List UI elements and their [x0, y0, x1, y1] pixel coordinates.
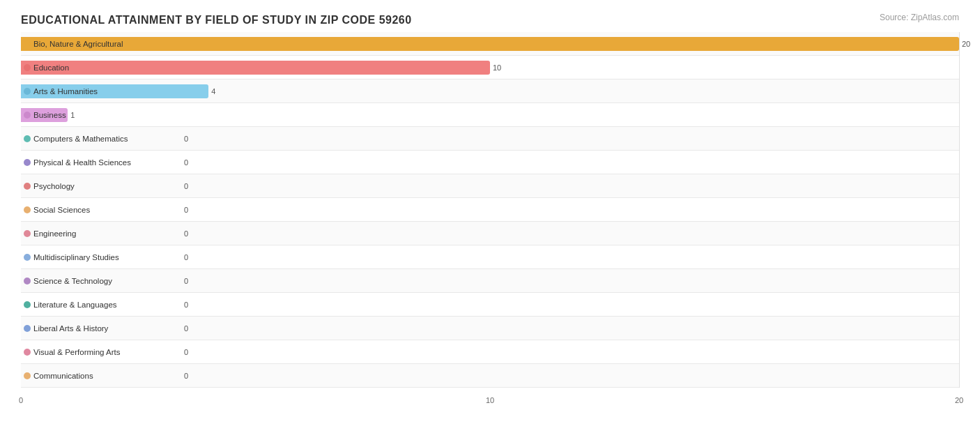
bar-dot: [24, 206, 31, 213]
x-tick-label: 0: [19, 396, 23, 404]
bar-dot: [24, 183, 31, 190]
bar-value: 0: [184, 324, 188, 333]
bar-label-text: Psychology: [33, 182, 75, 190]
bar-row: Multidisciplinary Studies0: [21, 245, 959, 269]
bar-row: Social Sciences0: [21, 198, 959, 222]
x-axis: 01020: [21, 391, 959, 409]
bar-dot: [24, 325, 31, 332]
bar-row: Literature & Languages0: [21, 293, 959, 317]
bar-row: Computers & Mathematics0: [21, 127, 959, 151]
bar-label: Psychology: [24, 182, 75, 190]
chart-title: EDUCATIONAL ATTAINMENT BY FIELD OF STUDY…: [21, 14, 959, 26]
bar-label: Communications: [24, 372, 93, 380]
bar-dot: [24, 135, 31, 142]
bar-value: 20: [962, 40, 970, 48]
bar-value: 0: [184, 253, 188, 261]
bar-value: 0: [184, 206, 188, 214]
bar-label: Computers & Mathematics: [24, 135, 128, 143]
bar-value: 0: [184, 301, 188, 309]
bar-label-text: Physical & Health Sciences: [33, 158, 131, 167]
bar-dot: [24, 254, 31, 261]
bar-label-text: Literature & Languages: [33, 301, 117, 309]
bar-label: Social Sciences: [24, 206, 90, 214]
bar-fill: [21, 61, 490, 75]
bar-row: Bio, Nature & Agricultural20: [21, 32, 959, 56]
bar-label: Engineering: [24, 229, 76, 238]
bar-row: Physical & Health Sciences0: [21, 151, 959, 174]
bar-label: Visual & Performing Arts: [24, 348, 120, 356]
bar-dot: [24, 349, 31, 356]
bar-label: Literature & Languages: [24, 301, 117, 309]
bar-value: 10: [493, 63, 501, 72]
bar-row: Science & Technology0: [21, 269, 959, 293]
bar-row: Psychology0: [21, 174, 959, 198]
x-tick-label: 20: [955, 396, 963, 404]
bar-fill: [21, 37, 959, 51]
chart-area: Bio, Nature & Agricultural20Education10A…: [21, 32, 959, 409]
bar-row: Arts & Humanities4: [21, 79, 959, 103]
bar-value: 0: [184, 229, 188, 238]
bar-label: Physical & Health Sciences: [24, 158, 131, 167]
bar-label-text: Social Sciences: [33, 206, 90, 214]
bar-value: 0: [184, 277, 188, 285]
x-tick-label: 10: [486, 396, 494, 404]
bar-dot: [24, 88, 31, 95]
bar-dot: [24, 40, 31, 47]
bar-dot: [24, 230, 31, 237]
bar-dot: [24, 278, 31, 285]
bar-dot: [24, 64, 31, 71]
bar-row: Liberal Arts & History0: [21, 317, 959, 340]
bar-label: Liberal Arts & History: [24, 324, 108, 333]
bars-wrapper: Bio, Nature & Agricultural20Education10A…: [21, 32, 959, 388]
grid-line: [959, 32, 960, 388]
bar-row: Communications0: [21, 364, 959, 388]
bar-value: 4: [211, 87, 215, 96]
bar-label-text: Business: [33, 111, 66, 119]
bar-dot: [24, 301, 31, 308]
bar-label-text: Arts & Humanities: [33, 87, 98, 96]
bar-value: 1: [70, 111, 75, 119]
bar-value: 0: [184, 372, 188, 380]
chart-container: EDUCATIONAL ATTAINMENT BY FIELD OF STUDY…: [0, 0, 980, 440]
bar-label-text: Visual & Performing Arts: [33, 348, 120, 356]
bar-label-text: Education: [33, 63, 69, 72]
chart-source: Source: ZipAtlas.com: [880, 13, 959, 22]
bar-label: Business: [24, 111, 66, 119]
bar-label: Bio, Nature & Agricultural: [24, 40, 123, 48]
bar-label-text: Communications: [33, 372, 93, 380]
bar-row: Engineering0: [21, 222, 959, 245]
bar-label-text: Multidisciplinary Studies: [33, 253, 119, 261]
bar-dot: [24, 159, 31, 166]
bar-label-text: Computers & Mathematics: [33, 135, 128, 143]
bar-label: Arts & Humanities: [24, 87, 98, 96]
bar-label: Education: [24, 63, 69, 72]
bar-value: 0: [184, 158, 188, 167]
bar-row: Business1: [21, 103, 959, 127]
bar-label-text: Liberal Arts & History: [33, 324, 108, 333]
bar-value: 0: [184, 135, 188, 143]
bar-value: 0: [184, 182, 188, 190]
bar-label-text: Bio, Nature & Agricultural: [33, 40, 123, 48]
bar-label-text: Science & Technology: [33, 277, 112, 285]
bar-dot: [24, 112, 31, 119]
bar-label: Science & Technology: [24, 277, 112, 285]
bar-value: 0: [184, 348, 188, 356]
bar-label-text: Engineering: [33, 229, 76, 238]
bar-dot: [24, 372, 31, 379]
bar-label: Multidisciplinary Studies: [24, 253, 119, 261]
bar-row: Education10: [21, 56, 959, 79]
bar-row: Visual & Performing Arts0: [21, 340, 959, 364]
